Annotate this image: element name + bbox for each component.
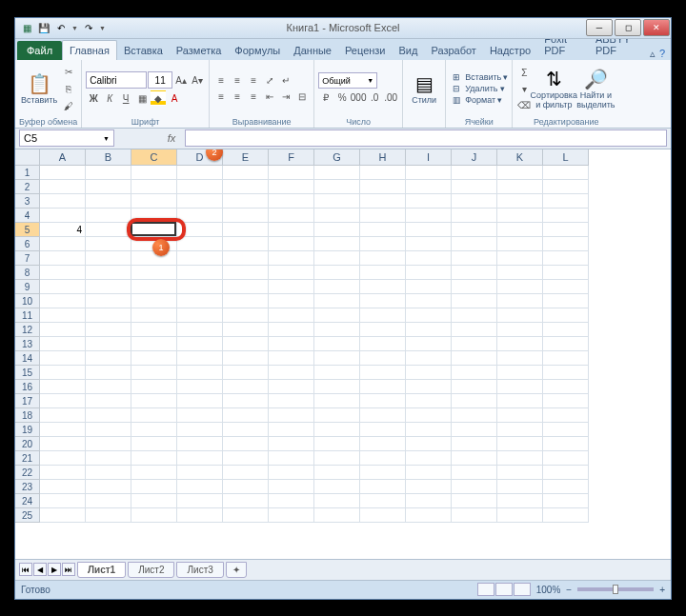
help-icon[interactable]: ? — [659, 48, 665, 59]
cell-B5[interactable] — [86, 223, 131, 237]
cell-G16[interactable] — [314, 380, 360, 394]
cell-K4[interactable] — [497, 209, 543, 223]
cell-H8[interactable] — [360, 266, 406, 280]
cell-I6[interactable] — [406, 237, 452, 251]
file-tab[interactable]: Файл — [17, 41, 62, 60]
cell-F23[interactable] — [269, 480, 314, 494]
cell-H21[interactable] — [360, 451, 406, 466]
cell-B19[interactable] — [86, 423, 131, 437]
cell-J9[interactable] — [452, 280, 497, 294]
cell-L2[interactable] — [543, 180, 589, 194]
cell-I7[interactable] — [406, 251, 452, 266]
cell-D1[interactable] — [177, 166, 223, 180]
align-center-icon[interactable]: ≡ — [230, 89, 245, 105]
cell-D17[interactable] — [177, 394, 223, 408]
cell-I10[interactable] — [406, 294, 452, 308]
cell-K18[interactable] — [497, 408, 543, 423]
namebox-dropdown-icon[interactable]: ▼ — [103, 135, 110, 142]
cell-D24[interactable] — [177, 494, 223, 508]
cell-F14[interactable] — [269, 351, 314, 366]
cell-I23[interactable] — [406, 480, 452, 494]
cell-K20[interactable] — [497, 437, 543, 451]
cell-K15[interactable] — [497, 366, 543, 380]
name-box[interactable]: C5 ▼ — [19, 129, 114, 147]
cell-D15[interactable] — [177, 366, 223, 380]
cell-H22[interactable] — [360, 466, 406, 480]
col-header-K[interactable]: K — [497, 149, 543, 166]
cell-L19[interactable] — [543, 423, 589, 437]
cell-A22[interactable] — [40, 466, 86, 480]
copy-icon[interactable]: ⎘ — [61, 81, 76, 96]
col-header-I[interactable]: I — [406, 149, 452, 166]
row-header-18[interactable]: 18 — [15, 408, 40, 423]
cell-L3[interactable] — [543, 194, 589, 209]
cell-G22[interactable] — [314, 466, 360, 480]
currency-icon[interactable]: ₽ — [318, 89, 333, 105]
cell-E1[interactable] — [223, 166, 269, 180]
cut-icon[interactable]: ✂ — [61, 64, 76, 79]
cell-A17[interactable] — [40, 394, 86, 408]
cell-K22[interactable] — [497, 466, 543, 480]
cell-D3[interactable] — [177, 194, 223, 209]
cell-B8[interactable] — [86, 266, 131, 280]
cell-G8[interactable] — [314, 266, 360, 280]
cell-C22[interactable] — [131, 466, 177, 480]
row-header-22[interactable]: 22 — [15, 466, 40, 480]
italic-icon[interactable]: К — [102, 90, 117, 106]
cell-A11[interactable] — [40, 308, 86, 323]
cell-L16[interactable] — [543, 380, 589, 394]
cell-H3[interactable] — [360, 194, 406, 209]
cell-E23[interactable] — [223, 480, 269, 494]
borders-icon[interactable]: ▦ — [134, 90, 150, 106]
cell-G24[interactable] — [314, 494, 360, 508]
cell-H13[interactable] — [360, 337, 406, 351]
cell-I16[interactable] — [406, 380, 452, 394]
align-top-icon[interactable]: ≡ — [213, 73, 229, 89]
cell-F7[interactable] — [269, 251, 314, 266]
cell-C23[interactable] — [131, 480, 177, 494]
cell-K8[interactable] — [497, 266, 543, 280]
row-header-13[interactable]: 13 — [15, 337, 40, 351]
cell-L25[interactable] — [543, 508, 589, 523]
cell-A18[interactable] — [40, 408, 86, 423]
cell-G7[interactable] — [314, 251, 360, 266]
row-header-3[interactable]: 3 — [15, 194, 40, 209]
row-header-4[interactable]: 4 — [15, 209, 40, 223]
cell-B16[interactable] — [86, 380, 131, 394]
row-header-14[interactable]: 14 — [15, 351, 40, 366]
cell-K1[interactable] — [497, 166, 543, 180]
cell-I9[interactable] — [406, 280, 452, 294]
row-header-8[interactable]: 8 — [15, 266, 40, 280]
cell-D23[interactable] — [177, 480, 223, 494]
cell-D25[interactable] — [177, 508, 223, 523]
cell-B13[interactable] — [86, 337, 131, 351]
cell-I22[interactable] — [406, 466, 452, 480]
cell-K17[interactable] — [497, 394, 543, 408]
cell-H15[interactable] — [360, 366, 406, 380]
cell-K23[interactable] — [497, 480, 543, 494]
cell-L6[interactable] — [543, 237, 589, 251]
cell-C11[interactable] — [131, 308, 177, 323]
cell-L22[interactable] — [543, 466, 589, 480]
cell-J22[interactable] — [452, 466, 497, 480]
row-header-12[interactable]: 12 — [15, 323, 40, 337]
cell-K13[interactable] — [497, 337, 543, 351]
cell-J14[interactable] — [452, 351, 497, 366]
cell-J4[interactable] — [452, 209, 497, 223]
cell-A1[interactable] — [40, 166, 86, 180]
cell-C8[interactable] — [131, 266, 177, 280]
cell-C19[interactable] — [131, 423, 177, 437]
insert-cells-button[interactable]: ⊞Вставить ▾ — [450, 71, 508, 83]
cell-G9[interactable] — [314, 280, 360, 294]
cell-J6[interactable] — [452, 237, 497, 251]
view-tab[interactable]: Вид — [393, 41, 425, 60]
cell-E22[interactable] — [223, 466, 269, 480]
cell-L15[interactable] — [543, 366, 589, 380]
cell-E18[interactable] — [223, 408, 269, 423]
cell-K19[interactable] — [497, 423, 543, 437]
review-tab[interactable]: Рецензи — [338, 41, 393, 60]
underline-icon[interactable]: Ч — [118, 90, 133, 106]
cell-H24[interactable] — [360, 494, 406, 508]
cell-E25[interactable] — [223, 508, 269, 523]
cell-G20[interactable] — [314, 437, 360, 451]
